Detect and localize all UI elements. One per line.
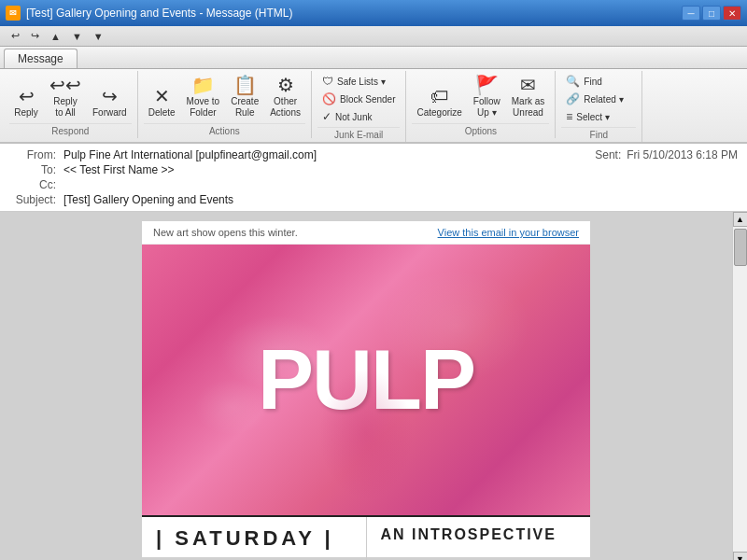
create-rule-button[interactable]: 📋 CreateRule	[226, 73, 263, 121]
block-sender-icon: 🚫	[322, 93, 336, 105]
mark-unread-button[interactable]: ✉ Mark asUnread	[507, 73, 550, 121]
bottom-left-text: | SATURDAY |	[142, 517, 367, 560]
to-label: To:	[9, 163, 56, 176]
related-icon: 🔗	[566, 93, 580, 105]
find-group-label: Find	[561, 127, 636, 140]
ribbon-group-find: 🔍 Find 🔗 Related ▾ ≡ Select ▾ Find	[556, 71, 642, 142]
scroll-down-button[interactable]: ▼	[733, 552, 748, 560]
close-button[interactable]: ✕	[723, 6, 741, 21]
minimize-button[interactable]: ─	[682, 6, 700, 21]
categorize-icon: 🏷	[430, 87, 449, 105]
to-value: << Test First Name >>	[63, 163, 738, 176]
email-header: From: Pulp Fine Art International [pulpf…	[0, 144, 747, 212]
ribbon: ↩ Reply ↩↩ Replyto All ↪ Forward Respond…	[0, 69, 747, 144]
quick-access-toolbar: ↩ ↪ ▲ ▼ ▼	[0, 26, 747, 47]
follow-up-button[interactable]: 🚩 FollowUp ▾	[469, 73, 505, 121]
email-content: New art show opens this winter. View thi…	[142, 221, 590, 557]
reply-icon: ↩	[19, 87, 35, 105]
follow-up-icon: 🚩	[475, 76, 499, 94]
ribbon-group-actions: ✕ Delete 📁 Move toFolder 📋 CreateRule ⚙ …	[138, 71, 312, 138]
delete-button[interactable]: ✕ Delete	[144, 84, 180, 121]
junk-group-label: Junk E-mail	[317, 127, 400, 140]
preheader-text: New art show opens this winter.	[153, 227, 298, 238]
find-button[interactable]: 🔍 Find	[561, 73, 636, 90]
cc-label: Cc:	[9, 178, 56, 191]
window-title: [Test] Gallery Opening and Events - Mess…	[26, 7, 292, 20]
qa-redo[interactable]: ↪	[27, 29, 43, 43]
forward-icon: ↪	[102, 87, 118, 105]
qa-up[interactable]: ▲	[47, 30, 64, 43]
other-actions-button[interactable]: ⚙ OtherActions	[265, 73, 305, 121]
qa-down[interactable]: ▼	[68, 30, 86, 43]
sent-label: Sent:	[574, 148, 621, 161]
ribbon-group-respond: ↩ Reply ↩↩ Replyto All ↪ Forward Respond	[4, 71, 138, 138]
categorize-button[interactable]: 🏷 Categorize	[412, 84, 466, 121]
move-to-folder-button[interactable]: 📁 Move toFolder	[182, 73, 225, 121]
tab-message[interactable]: Message	[4, 49, 78, 68]
reply-button[interactable]: ↩ Reply	[9, 84, 43, 121]
email-body-container: New art show opens this winter. View thi…	[0, 212, 747, 560]
from-value: Pulp Fine Art International [pulpfineart…	[63, 148, 317, 161]
sent-value: Fri 5/10/2013 6:18 PM	[627, 148, 738, 161]
rule-icon: 📋	[233, 76, 257, 94]
bottom-right-text: AN INTROSPECTIVE	[367, 517, 591, 560]
scroll-up-button[interactable]: ▲	[733, 212, 748, 227]
mark-unread-icon: ✉	[520, 76, 536, 94]
not-junk-icon: ✓	[322, 111, 331, 122]
hero-title: PULP	[258, 332, 474, 428]
email-bottom-section: | SATURDAY | AN INTROSPECTIVE	[142, 515, 590, 560]
safe-lists-icon: 🛡	[322, 76, 333, 87]
actions-group-label: Actions	[144, 123, 305, 136]
tab-bar: Message	[0, 47, 747, 69]
email-scroll-area[interactable]: New art show opens this winter. View thi…	[0, 212, 732, 560]
from-label: From:	[9, 148, 56, 161]
other-actions-icon: ⚙	[277, 76, 294, 94]
select-icon: ≡	[566, 111, 572, 122]
find-icon: 🔍	[566, 76, 580, 87]
view-in-browser-link[interactable]: View this email in your browser	[438, 227, 579, 238]
subject-value: [Test] Gallery Opening and Events	[63, 193, 738, 206]
email-top-bar: New art show opens this winter. View thi…	[142, 221, 590, 245]
title-bar: ✉ [Test] Gallery Opening and Events - Me…	[0, 0, 747, 26]
folder-icon: 📁	[191, 76, 215, 94]
delete-icon: ✕	[154, 87, 170, 105]
ribbon-group-junk: 🛡 Safe Lists ▾ 🚫 Block Sender ✓ Not Junk…	[312, 71, 406, 142]
ribbon-group-options: 🏷 Categorize 🚩 FollowUp ▾ ✉ Mark asUnrea…	[406, 71, 556, 138]
safe-lists-button[interactable]: 🛡 Safe Lists ▾	[317, 73, 400, 90]
options-group-label: Options	[412, 123, 549, 136]
app-icon: ✉	[6, 6, 21, 21]
reply-all-button[interactable]: ↩↩ Replyto All	[45, 73, 86, 121]
not-junk-button[interactable]: ✓ Not Junk	[317, 108, 400, 125]
select-button[interactable]: ≡ Select ▾	[561, 108, 636, 125]
qa-undo[interactable]: ↩	[7, 29, 23, 43]
block-sender-button[interactable]: 🚫 Block Sender	[317, 91, 400, 107]
maximize-button[interactable]: □	[702, 6, 721, 21]
subject-label: Subject:	[9, 193, 56, 206]
scroll-thumb[interactable]	[734, 229, 747, 266]
related-button[interactable]: 🔗 Related ▾	[561, 91, 636, 107]
window-controls: ─ □ ✕	[682, 6, 741, 21]
email-hero-image: PULP	[142, 245, 590, 515]
qa-more[interactable]: ▼	[90, 30, 107, 43]
forward-button[interactable]: ↪ Forward	[88, 84, 132, 121]
reply-all-icon: ↩↩	[49, 76, 81, 94]
respond-group-label: Respond	[9, 123, 132, 136]
scrollbar[interactable]: ▲ ▼	[732, 212, 747, 560]
